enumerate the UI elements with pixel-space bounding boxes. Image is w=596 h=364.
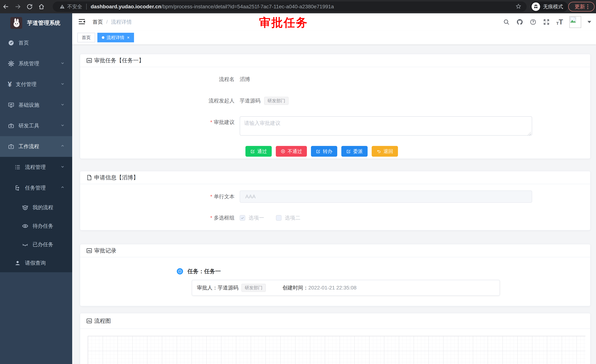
briefcase-icon [8, 143, 15, 150]
address-divider [86, 4, 87, 10]
picture-icon [86, 248, 92, 254]
gear-icon [8, 60, 15, 67]
sidebar-item-workflow[interactable]: 工作流程 [0, 136, 72, 157]
document-icon [86, 175, 92, 181]
sidebar-item-done-tasks[interactable]: 已办任务 [0, 235, 72, 254]
sidebar-item-dev-tools[interactable]: 研发工具 [0, 116, 72, 136]
card-title: 审批任务【任务一】 [94, 57, 144, 64]
sidebar-item-payment-mgmt[interactable]: ¥ 支付管理 [0, 74, 72, 95]
approval-records-card: 审批记录 任务：任务一 审批人： 芋道源码 研发部门 创建时间： 2022-01… [80, 244, 590, 306]
security-label[interactable]: 不安全 [67, 3, 82, 10]
breadcrumb-separator: / [106, 19, 108, 25]
return-button[interactable]: 退回 [372, 146, 398, 157]
sidebar-item-home[interactable]: 首页 [0, 33, 72, 53]
created-value: 2022-01-21 22:35:08 [308, 285, 357, 291]
incognito-badge: 无痕模式 [530, 1, 568, 12]
sidebar-item-todo-tasks[interactable]: 待办任务 [0, 217, 72, 235]
app-title: 芋道管理系统 [27, 19, 60, 27]
tab-home[interactable]: 首页 [77, 33, 95, 42]
initiator-label: 流程发起人 [80, 95, 240, 107]
dept-tag: 研发部门 [264, 97, 289, 105]
single-text-row: 单行文本 [80, 190, 590, 203]
breadcrumb-home[interactable]: 首页 [93, 19, 103, 26]
yuan-icon: ¥ [8, 81, 12, 88]
card-title: 审批记录 [94, 247, 116, 255]
process-name-value: 滔博 [240, 76, 250, 83]
annotation-overlay: 审批任务 [259, 15, 308, 30]
timeline-task-row: 任务：任务一 [80, 268, 590, 275]
application-info-card-header: 申请信息【滔博】 [80, 171, 590, 184]
sidebar-fold-icon[interactable] [78, 18, 87, 26]
sidebar-item-my-process[interactable]: 我的流程 [0, 198, 72, 217]
sidebar-item-infrastructure[interactable]: 基础设施 [0, 95, 72, 116]
browser-toolbar: 不安全 dashboard.yudao.iocoder.cn /bpm/proc… [0, 0, 596, 13]
process-name-label: 流程名 [80, 73, 240, 85]
checkbox-option-1[interactable]: 选项一 [240, 214, 264, 221]
fullscreen-icon[interactable] [543, 19, 550, 26]
face-icon [22, 204, 29, 211]
app-logo-row[interactable]: 芋道管理系统 [0, 13, 72, 33]
checkbox-checked-icon [240, 215, 245, 221]
help-icon[interactable] [529, 19, 536, 26]
workflow-submenu: 流程管理 任务管理 我的流程 待办任务 已办任务 [0, 157, 72, 272]
approver-label: 审批人： [197, 284, 218, 291]
approval-actions: 通过 不通过 转办 委派 退回 [80, 146, 590, 157]
approve-button[interactable]: 通过 [246, 146, 272, 157]
approval-records-card-header: 审批记录 [80, 244, 590, 257]
record-detail-card: 审批人： 芋道源码 研发部门 创建时间： 2022-01-21 22:35:08 [192, 280, 500, 296]
close-icon[interactable]: × [127, 35, 130, 40]
checkbox-group-label: 多选框组 [80, 214, 240, 222]
chevron-down-icon [60, 81, 65, 88]
browser-update-button[interactable]: 更新 [568, 2, 595, 11]
process-diagram-card-header: 流程图 [80, 313, 590, 329]
sidebar: 芋道管理系统 首页 系统管理 ¥ 支付管理 基础设施 研发工具 [0, 13, 72, 364]
process-diagram-card: 流程图 [80, 313, 590, 364]
avatar-caret-icon[interactable] [588, 21, 591, 23]
dashboard-icon [8, 40, 15, 46]
avatar[interactable] [569, 16, 581, 28]
picture-icon [86, 318, 92, 324]
sidebar-item-system-mgmt[interactable]: 系统管理 [0, 53, 72, 74]
github-icon[interactable] [516, 19, 523, 26]
created-label: 创建时间： [283, 284, 308, 291]
chevron-down-icon [60, 102, 65, 108]
forward-icon[interactable] [12, 1, 24, 13]
dept-tag: 研发部门 [241, 284, 266, 292]
chevron-down-icon [60, 123, 65, 129]
sidebar-item-process-mgmt[interactable]: 流程管理 [0, 157, 72, 178]
transfer-button[interactable]: 转办 [311, 146, 337, 157]
back-icon[interactable] [0, 1, 12, 13]
checkbox-unchecked-icon [276, 215, 282, 221]
delegate-button[interactable]: 委派 [341, 146, 368, 157]
search-icon[interactable] [503, 19, 510, 26]
sidebar-item-leave-query[interactable]: 请假查询 [0, 254, 72, 272]
reload-icon[interactable] [24, 1, 36, 13]
url-path: /bpm/process-instance/detail?id=54aa251f… [161, 4, 334, 10]
checkbox-option-2[interactable]: 选项二 [276, 214, 300, 221]
breadcrumb: 首页 / 流程详情 [93, 13, 132, 31]
incognito-label: 无痕模式 [543, 3, 563, 10]
initiator-value: 芋道源码 [240, 97, 261, 104]
tab-process-detail[interactable]: 流程详情 × [97, 33, 134, 42]
toolbox-icon [8, 123, 15, 129]
single-text-input[interactable] [240, 190, 532, 203]
monitor-icon [8, 102, 15, 108]
comment-textarea[interactable] [240, 116, 532, 136]
bpmn-diagram-canvas[interactable] [88, 336, 585, 364]
app-header: 首页 / 流程详情 审批任务 TT [72, 13, 596, 31]
sidebar-item-task-mgmt[interactable]: 任务管理 [0, 178, 72, 198]
card-title: 申请信息【滔博】 [94, 174, 139, 182]
application-info-card: 申请信息【滔博】 单行文本 多选框组 选项一 选 [80, 171, 590, 230]
approval-task-card-header: 审批任务【任务一】 [80, 54, 590, 67]
picture-icon [86, 57, 92, 64]
reject-button[interactable]: 不通过 [276, 146, 307, 157]
task-title: 任务：任务一 [187, 268, 221, 275]
browser-menu-icon[interactable] [587, 4, 588, 9]
address-bar[interactable]: 不安全 dashboard.yudao.iocoder.cn /bpm/proc… [53, 1, 527, 12]
bookmark-star-icon[interactable] [515, 3, 522, 10]
font-size-icon[interactable]: TT [556, 19, 563, 26]
breadcrumb-current: 流程详情 [111, 19, 132, 26]
comment-label: 审批建议 [80, 116, 240, 128]
chevron-down-icon [60, 60, 65, 67]
home-icon[interactable] [36, 1, 47, 13]
